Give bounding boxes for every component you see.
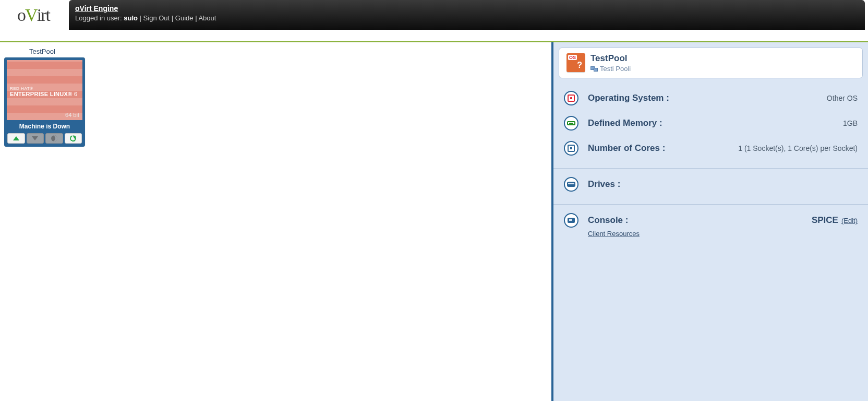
stop-icon [32, 136, 38, 140]
vm-card-label: TestPool [29, 48, 547, 55]
section-console: Console : SPICE (Edit) Client Resources [553, 205, 868, 245]
os-value: Other OS [827, 94, 858, 102]
main-area: TestPool RED HAT® ENTERPRISE LINUX® 6 64… [0, 42, 868, 401]
header-bar: oVirt Engine Logged in user: sulo | Sign… [69, 0, 865, 30]
memory-value: 1GB [843, 119, 858, 127]
vm-thumb-line: ENTERPRISE LINUX® 6 [10, 91, 79, 97]
about-link[interactable]: About [198, 14, 216, 22]
pool-description: Testi Pooli [600, 65, 631, 73]
details-panel: | ▾ TestPool Testi Pooli Operating Syste… [551, 42, 868, 401]
vm-thumb-brand: RED HAT® [10, 86, 79, 91]
vm-canvas: TestPool RED HAT® ENTERPRISE LINUX® 6 64… [0, 42, 551, 401]
top-bar: oVirt oVirt Engine Logged in user: sulo … [0, 0, 868, 30]
vm-suspend-button [45, 133, 63, 144]
console-label: Console : [588, 215, 628, 226]
memory-icon [564, 116, 578, 131]
reboot-icon [69, 134, 77, 142]
vm-thumb-arch: 64 bit [65, 112, 79, 118]
logged-in-label: Logged in user: [75, 14, 124, 22]
vm-reboot-button[interactable] [65, 133, 82, 144]
os-label: Operating System : [588, 93, 669, 103]
section-drives: Drives : [553, 169, 868, 205]
console-edit-link[interactable]: (Edit) [841, 217, 858, 225]
client-resources-link[interactable]: Client Resources [588, 230, 640, 238]
console-value: SPICE [812, 215, 838, 226]
vm-status: Machine is Down [7, 120, 82, 133]
play-icon [13, 136, 19, 140]
cpu-icon [564, 141, 578, 156]
product-title-link[interactable]: oVirt Engine [75, 4, 118, 13]
cores-value: 1 (1 Socket(s), 1 Core(s) per Socket) [738, 144, 858, 152]
os-icon [564, 91, 578, 105]
vm-card[interactable]: RED HAT® ENTERPRISE LINUX® 6 64 bit Mach… [4, 57, 85, 147]
logged-in-user: sulo [124, 14, 138, 22]
details-header: TestPool Testi Pooli [559, 48, 863, 78]
vm-actions [7, 133, 82, 144]
os-unknown-icon [566, 53, 585, 72]
guide-link[interactable]: Guide [175, 14, 194, 22]
pool-name: TestPool [590, 53, 631, 64]
memory-label: Defined Memory : [588, 118, 662, 128]
console-icon [564, 213, 578, 228]
drives-label: Drives : [588, 179, 620, 190]
vm-run-button[interactable] [7, 133, 25, 144]
cores-label: Number of Cores : [588, 143, 665, 154]
pool-icon [590, 66, 598, 72]
suspend-icon [51, 135, 57, 141]
sign-out-link[interactable]: Sign Out [143, 14, 170, 22]
logo: oVirt [0, 0, 67, 30]
vm-shutdown-button [27, 133, 44, 144]
section-general: Operating System : Other OS Defined Memo… [553, 82, 868, 169]
vm-thumbnail: RED HAT® ENTERPRISE LINUX® 6 64 bit [7, 60, 82, 120]
drives-icon [564, 177, 578, 192]
